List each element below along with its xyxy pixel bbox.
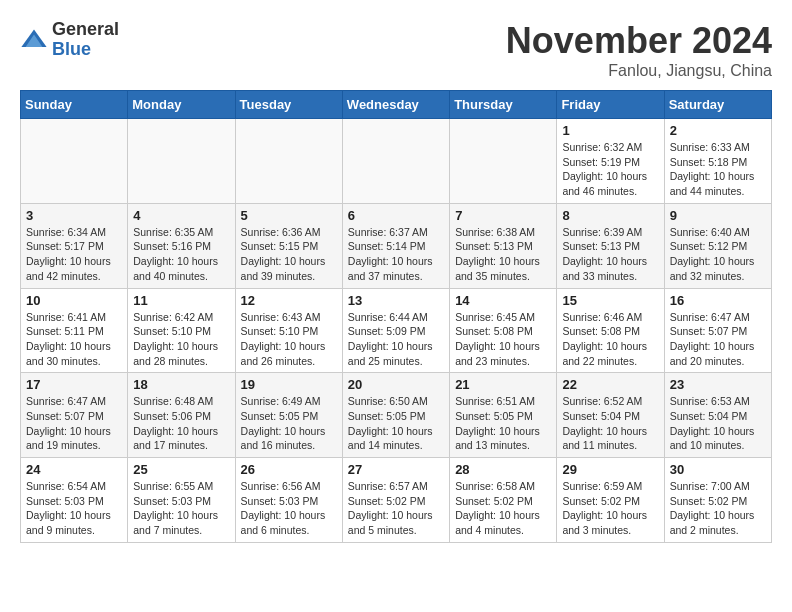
calendar-cell: 10Sunrise: 6:41 AMSunset: 5:11 PMDayligh… [21, 288, 128, 373]
day-info: Sunrise: 6:33 AMSunset: 5:18 PMDaylight:… [670, 140, 766, 199]
calendar-cell: 21Sunrise: 6:51 AMSunset: 5:05 PMDayligh… [450, 373, 557, 458]
calendar-cell [128, 119, 235, 204]
logo-icon [20, 26, 48, 54]
day-number: 3 [26, 208, 122, 223]
day-number: 9 [670, 208, 766, 223]
calendar-cell [342, 119, 449, 204]
calendar-cell: 7Sunrise: 6:38 AMSunset: 5:13 PMDaylight… [450, 203, 557, 288]
day-number: 2 [670, 123, 766, 138]
day-info: Sunrise: 6:53 AMSunset: 5:04 PMDaylight:… [670, 394, 766, 453]
day-number: 28 [455, 462, 551, 477]
day-info: Sunrise: 6:48 AMSunset: 5:06 PMDaylight:… [133, 394, 229, 453]
calendar-cell: 25Sunrise: 6:55 AMSunset: 5:03 PMDayligh… [128, 458, 235, 543]
day-number: 8 [562, 208, 658, 223]
page-header: General Blue November 2024 Fanlou, Jiang… [20, 20, 772, 80]
day-number: 15 [562, 293, 658, 308]
day-info: Sunrise: 6:59 AMSunset: 5:02 PMDaylight:… [562, 479, 658, 538]
logo: General Blue [20, 20, 119, 60]
day-info: Sunrise: 6:45 AMSunset: 5:08 PMDaylight:… [455, 310, 551, 369]
day-number: 18 [133, 377, 229, 392]
day-info: Sunrise: 6:43 AMSunset: 5:10 PMDaylight:… [241, 310, 337, 369]
calendar-cell: 19Sunrise: 6:49 AMSunset: 5:05 PMDayligh… [235, 373, 342, 458]
day-number: 14 [455, 293, 551, 308]
day-info: Sunrise: 6:42 AMSunset: 5:10 PMDaylight:… [133, 310, 229, 369]
day-number: 22 [562, 377, 658, 392]
day-info: Sunrise: 6:35 AMSunset: 5:16 PMDaylight:… [133, 225, 229, 284]
weekday-header: Thursday [450, 91, 557, 119]
calendar-cell [235, 119, 342, 204]
day-number: 13 [348, 293, 444, 308]
calendar-cell: 11Sunrise: 6:42 AMSunset: 5:10 PMDayligh… [128, 288, 235, 373]
day-number: 23 [670, 377, 766, 392]
calendar-cell: 14Sunrise: 6:45 AMSunset: 5:08 PMDayligh… [450, 288, 557, 373]
calendar-cell: 17Sunrise: 6:47 AMSunset: 5:07 PMDayligh… [21, 373, 128, 458]
weekday-header: Sunday [21, 91, 128, 119]
day-number: 4 [133, 208, 229, 223]
calendar-cell: 30Sunrise: 7:00 AMSunset: 5:02 PMDayligh… [664, 458, 771, 543]
calendar-cell: 8Sunrise: 6:39 AMSunset: 5:13 PMDaylight… [557, 203, 664, 288]
day-number: 12 [241, 293, 337, 308]
weekday-header: Saturday [664, 91, 771, 119]
calendar-cell: 18Sunrise: 6:48 AMSunset: 5:06 PMDayligh… [128, 373, 235, 458]
day-info: Sunrise: 6:44 AMSunset: 5:09 PMDaylight:… [348, 310, 444, 369]
day-info: Sunrise: 6:56 AMSunset: 5:03 PMDaylight:… [241, 479, 337, 538]
day-number: 1 [562, 123, 658, 138]
day-number: 19 [241, 377, 337, 392]
day-number: 30 [670, 462, 766, 477]
day-number: 25 [133, 462, 229, 477]
calendar-cell: 29Sunrise: 6:59 AMSunset: 5:02 PMDayligh… [557, 458, 664, 543]
day-info: Sunrise: 6:32 AMSunset: 5:19 PMDaylight:… [562, 140, 658, 199]
calendar-week-row: 3Sunrise: 6:34 AMSunset: 5:17 PMDaylight… [21, 203, 772, 288]
day-number: 21 [455, 377, 551, 392]
weekday-header: Monday [128, 91, 235, 119]
day-info: Sunrise: 6:41 AMSunset: 5:11 PMDaylight:… [26, 310, 122, 369]
day-info: Sunrise: 6:38 AMSunset: 5:13 PMDaylight:… [455, 225, 551, 284]
day-info: Sunrise: 6:40 AMSunset: 5:12 PMDaylight:… [670, 225, 766, 284]
calendar-cell: 16Sunrise: 6:47 AMSunset: 5:07 PMDayligh… [664, 288, 771, 373]
calendar-cell: 15Sunrise: 6:46 AMSunset: 5:08 PMDayligh… [557, 288, 664, 373]
day-number: 27 [348, 462, 444, 477]
calendar-cell: 3Sunrise: 6:34 AMSunset: 5:17 PMDaylight… [21, 203, 128, 288]
calendar-cell: 4Sunrise: 6:35 AMSunset: 5:16 PMDaylight… [128, 203, 235, 288]
day-info: Sunrise: 6:50 AMSunset: 5:05 PMDaylight:… [348, 394, 444, 453]
day-info: Sunrise: 6:39 AMSunset: 5:13 PMDaylight:… [562, 225, 658, 284]
calendar-cell [450, 119, 557, 204]
day-info: Sunrise: 6:51 AMSunset: 5:05 PMDaylight:… [455, 394, 551, 453]
location-title: Fanlou, Jiangsu, China [506, 62, 772, 80]
day-number: 24 [26, 462, 122, 477]
day-info: Sunrise: 6:54 AMSunset: 5:03 PMDaylight:… [26, 479, 122, 538]
weekday-header: Wednesday [342, 91, 449, 119]
day-number: 20 [348, 377, 444, 392]
logo-blue: Blue [52, 40, 119, 60]
day-info: Sunrise: 6:36 AMSunset: 5:15 PMDaylight:… [241, 225, 337, 284]
day-number: 10 [26, 293, 122, 308]
logo-general: General [52, 20, 119, 40]
day-info: Sunrise: 6:34 AMSunset: 5:17 PMDaylight:… [26, 225, 122, 284]
day-info: Sunrise: 6:49 AMSunset: 5:05 PMDaylight:… [241, 394, 337, 453]
day-number: 11 [133, 293, 229, 308]
calendar-cell: 1Sunrise: 6:32 AMSunset: 5:19 PMDaylight… [557, 119, 664, 204]
day-number: 5 [241, 208, 337, 223]
calendar-cell: 20Sunrise: 6:50 AMSunset: 5:05 PMDayligh… [342, 373, 449, 458]
calendar-cell: 2Sunrise: 6:33 AMSunset: 5:18 PMDaylight… [664, 119, 771, 204]
day-info: Sunrise: 6:37 AMSunset: 5:14 PMDaylight:… [348, 225, 444, 284]
title-block: November 2024 Fanlou, Jiangsu, China [506, 20, 772, 80]
calendar-cell: 22Sunrise: 6:52 AMSunset: 5:04 PMDayligh… [557, 373, 664, 458]
day-info: Sunrise: 6:46 AMSunset: 5:08 PMDaylight:… [562, 310, 658, 369]
day-number: 6 [348, 208, 444, 223]
calendar-week-row: 17Sunrise: 6:47 AMSunset: 5:07 PMDayligh… [21, 373, 772, 458]
calendar-cell: 13Sunrise: 6:44 AMSunset: 5:09 PMDayligh… [342, 288, 449, 373]
month-title: November 2024 [506, 20, 772, 62]
calendar-cell: 9Sunrise: 6:40 AMSunset: 5:12 PMDaylight… [664, 203, 771, 288]
weekday-header: Tuesday [235, 91, 342, 119]
calendar-cell [21, 119, 128, 204]
day-number: 7 [455, 208, 551, 223]
calendar-cell: 26Sunrise: 6:56 AMSunset: 5:03 PMDayligh… [235, 458, 342, 543]
calendar-cell: 24Sunrise: 6:54 AMSunset: 5:03 PMDayligh… [21, 458, 128, 543]
calendar-week-row: 1Sunrise: 6:32 AMSunset: 5:19 PMDaylight… [21, 119, 772, 204]
calendar-header-row: SundayMondayTuesdayWednesdayThursdayFrid… [21, 91, 772, 119]
day-number: 17 [26, 377, 122, 392]
day-number: 26 [241, 462, 337, 477]
day-info: Sunrise: 6:55 AMSunset: 5:03 PMDaylight:… [133, 479, 229, 538]
day-number: 16 [670, 293, 766, 308]
